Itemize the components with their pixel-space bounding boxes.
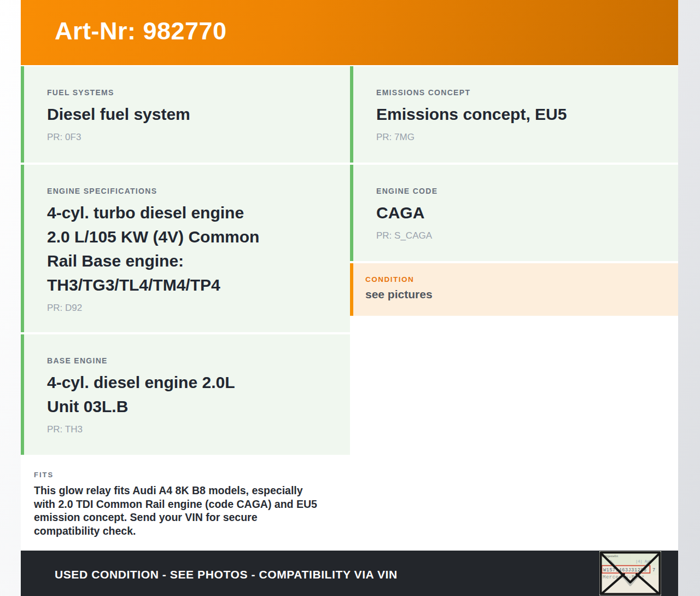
vin-number-suffix: 7 [652, 568, 655, 573]
card-label: CONDITION [365, 275, 665, 283]
card-pr-code: PR: 7MG [376, 132, 655, 143]
card-pr-code: PR: TH3 [47, 424, 327, 435]
header-banner: Art-Nr: 982770 [21, 0, 678, 65]
card-pr-code: PR: S_CAGA [376, 230, 655, 241]
article-number-title: Art-Nr: 982770 [55, 17, 227, 45]
card-condition: CONDITION see pictures [350, 263, 678, 316]
left-column: FUEL SYSTEMS Diesel fuel system PR: 0F3 … [21, 66, 350, 551]
card-title: 4-cyl. diesel engine 2.0L Unit 03L.B [47, 371, 327, 419]
card-label: EMISSIONS CONCEPT [376, 88, 655, 97]
condition-value: see pictures [365, 288, 665, 301]
card-title: 4-cyl. turbo diesel engine 2.0 L/105 KW … [47, 201, 327, 297]
footer-note: USED CONDITION - SEE PHOTOS - COMPATIBIL… [55, 568, 398, 581]
card-fits: FITS This glow relay fits Audi A4 8K B8 … [21, 457, 350, 548]
card-label: ENGINE CODE [376, 187, 655, 195]
card-engine-code: ENGINE CODE CAGA PR: S_CAGA [350, 165, 678, 261]
card-label: FITS [34, 471, 328, 479]
card-label: ENGINE SPECIFICATIONS [47, 187, 327, 195]
card-title: CAGA [376, 201, 655, 225]
footer-bar: USED CONDITION - SEE PHOTOS - COMPATIBIL… [21, 551, 678, 596]
card-fuel-systems: FUEL SYSTEMS Diesel fuel system PR: 0F3 [21, 66, 350, 163]
vin-label-photo: Fahrgestellnr. |4| Au W1571463J31298 7 M… [599, 551, 661, 595]
content-area: FUEL SYSTEMS Diesel fuel system PR: 0F3 … [21, 65, 678, 551]
card-label: FUEL SYSTEMS [47, 88, 327, 97]
card-title: Diesel fuel system [47, 102, 327, 126]
listing-panel: Art-Nr: 982770 FUEL SYSTEMS Diesel fuel … [21, 0, 678, 596]
card-label: BASE ENGINE [47, 356, 327, 365]
card-emissions-concept: EMISSIONS CONCEPT Emissions concept, EU5… [350, 66, 678, 163]
card-pr-code: PR: 0F3 [47, 132, 327, 143]
fits-description: This glow relay fits Audi A4 8K B8 model… [34, 484, 328, 537]
card-pr-code: PR: D92 [47, 303, 327, 314]
card-title: Emissions concept, EU5 [376, 102, 655, 126]
card-base-engine: BASE ENGINE 4-cyl. diesel engine 2.0L Un… [21, 334, 350, 455]
right-column: EMISSIONS CONCEPT Emissions concept, EU5… [350, 66, 678, 318]
card-engine-specifications: ENGINE SPECIFICATIONS 4-cyl. turbo diese… [21, 165, 350, 332]
